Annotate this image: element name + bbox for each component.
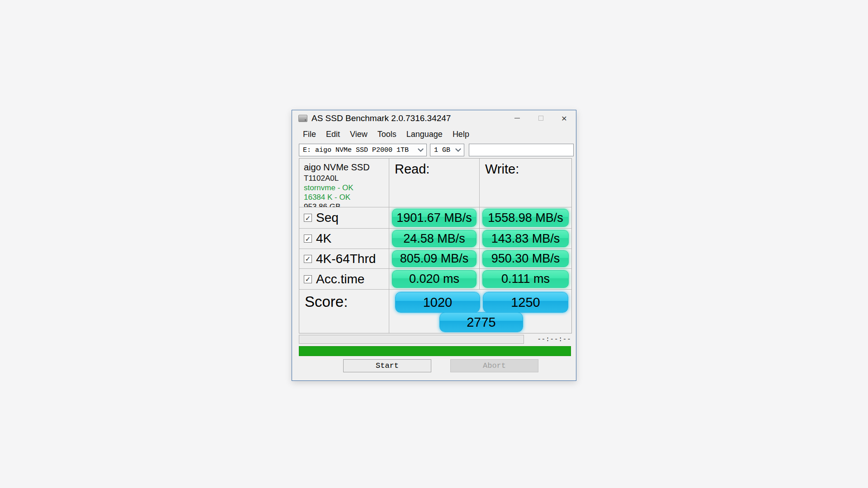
abort-button: Abort: [450, 359, 538, 372]
menu-help[interactable]: Help: [448, 128, 474, 141]
menu-tools[interactable]: Tools: [373, 128, 401, 141]
test-progress-bar: [299, 335, 524, 344]
test-size-value: 1 GB: [434, 146, 450, 154]
4k-read-value: 24.58 MB/s: [392, 230, 476, 247]
chevron-down-icon: [455, 146, 461, 152]
drive-serial: T1102A0L: [304, 174, 384, 183]
acc-time-checkbox[interactable]: [304, 275, 312, 283]
drive-info-panel: aigo NVMe SSD T1102A0L stornvme - OK 163…: [299, 159, 389, 207]
4k-label: 4K: [316, 231, 331, 246]
seq-read-value: 1901.67 MB/s: [392, 209, 476, 227]
acc-time-write-value: 0.111 ms: [482, 270, 569, 288]
read-column-header: Read:: [389, 159, 479, 207]
menubar: File Edit View Tools Language Help: [292, 126, 576, 143]
acc-time-read-value: 0.020 ms: [392, 270, 476, 288]
drive-app-icon: [298, 115, 307, 122]
score-write-value: 1250: [483, 292, 568, 313]
window-controls: ×: [505, 110, 576, 126]
seq-label: Seq: [316, 211, 339, 225]
elapsed-time-display: --:--:--: [536, 336, 572, 343]
4k-64thrd-checkbox[interactable]: [304, 255, 312, 263]
toolbar-text-field[interactable]: [469, 144, 574, 156]
menu-edit[interactable]: Edit: [321, 128, 345, 141]
window-title: AS SSD Benchmark 2.0.7316.34247: [311, 113, 451, 123]
app-window: AS SSD Benchmark 2.0.7316.34247 × File E…: [292, 110, 576, 381]
minimize-icon: [514, 118, 520, 118]
maximize-icon: [538, 116, 543, 121]
4k-write-value: 143.83 MB/s: [482, 230, 569, 247]
close-button[interactable]: ×: [552, 110, 576, 126]
score-row: Score:: [299, 289, 389, 333]
4k-64thrd-write-value: 950.30 MB/s: [482, 250, 569, 267]
4k-64thrd-read-value: 805.09 MB/s: [392, 250, 476, 267]
row-acc-time: Acc.time: [299, 268, 389, 289]
drive-alignment-status: 16384 K - OK: [304, 192, 384, 202]
drive-select-value: E: aigo NVMe SSD P2000 1TB: [303, 146, 409, 154]
acc-time-label: Acc.time: [316, 272, 364, 286]
row-4k-64thrd: 4K-64Thrd: [299, 249, 389, 268]
menu-view[interactable]: View: [345, 128, 373, 141]
results-table: aigo NVMe SSD T1102A0L stornvme - OK 163…: [299, 158, 572, 333]
toolbar: E: aigo NVMe SSD P2000 1TB 1 GB: [292, 143, 576, 160]
row-4k: 4K: [299, 228, 389, 249]
4k-checkbox[interactable]: [304, 235, 312, 243]
drive-select[interactable]: E: aigo NVMe SSD P2000 1TB: [299, 144, 427, 156]
overall-progress-bar: [299, 346, 571, 356]
score-read-value: 1020: [395, 292, 480, 313]
drive-driver-status: stornvme - OK: [304, 183, 384, 192]
close-icon: ×: [561, 113, 567, 123]
maximize-button: [529, 110, 552, 126]
menu-file[interactable]: File: [298, 128, 321, 141]
seq-write-value: 1558.98 MB/s: [482, 209, 569, 227]
titlebar: AS SSD Benchmark 2.0.7316.34247 ×: [292, 110, 576, 126]
score-values: 1020 1250 2775: [389, 289, 571, 333]
score-label: Score:: [305, 293, 348, 310]
score-total-value: 2775: [439, 312, 523, 332]
start-button[interactable]: Start: [343, 359, 431, 372]
drive-capacity: 953.86 GB: [304, 202, 384, 207]
test-size-select[interactable]: 1 GB: [430, 144, 464, 156]
4k-64thrd-label: 4K-64Thrd: [316, 252, 376, 266]
row-seq: Seq: [299, 207, 389, 228]
drive-model: aigo NVMe SSD: [304, 162, 384, 173]
write-column-header: Write:: [479, 159, 571, 207]
chevron-down-icon: [418, 146, 424, 152]
seq-checkbox[interactable]: [304, 214, 312, 222]
minimize-button[interactable]: [505, 110, 529, 126]
menu-language[interactable]: Language: [401, 128, 448, 141]
